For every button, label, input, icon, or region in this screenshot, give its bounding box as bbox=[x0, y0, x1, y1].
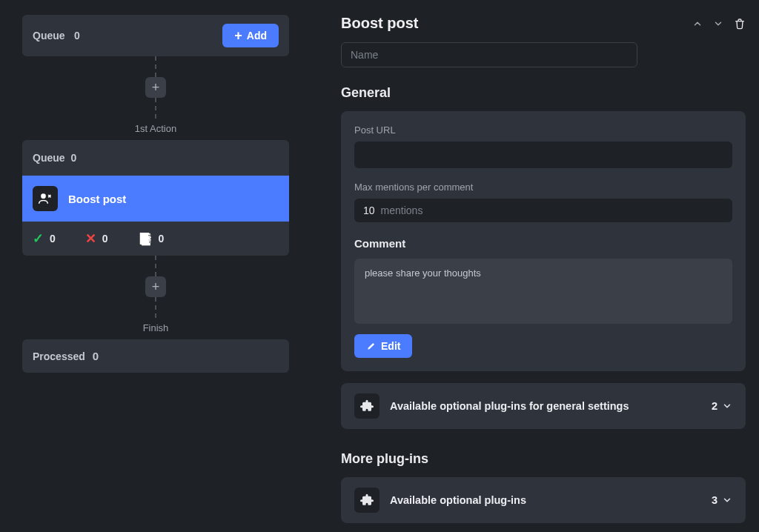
boost-post-row[interactable]: Boost post bbox=[22, 176, 289, 222]
finish-caption: Finish bbox=[143, 322, 169, 333]
queue-count: 0 bbox=[74, 30, 80, 41]
check-icon: ✓ bbox=[33, 230, 44, 247]
add-button-label: Add bbox=[247, 30, 267, 41]
plugins-general-count: 2 bbox=[712, 400, 732, 412]
boost-title: Boost post bbox=[68, 193, 126, 205]
connector bbox=[155, 256, 156, 276]
queue-label-group: Queue 0 bbox=[33, 29, 80, 42]
detail-panel: Boost post General Post URL Max mentions… bbox=[311, 0, 759, 532]
edit-button[interactable]: Edit bbox=[354, 334, 412, 358]
connector bbox=[155, 56, 156, 77]
boost-icon bbox=[33, 186, 58, 211]
stat-other: 📑 0 bbox=[138, 230, 165, 247]
queue-label: Queue bbox=[33, 152, 65, 164]
detail-header-actions bbox=[692, 18, 746, 30]
puzzle-icon bbox=[354, 488, 380, 513]
plugins-general-row[interactable]: Available optional plug-ins for general … bbox=[341, 383, 746, 429]
chevron-down-icon bbox=[722, 401, 732, 411]
action-card: Queue 0 Boost post ✓ 0 ✕ 0 � bbox=[22, 140, 289, 256]
plus-icon: + bbox=[234, 30, 242, 41]
plugins-general-text: Available optional plug-ins for general … bbox=[390, 400, 701, 412]
edit-button-label: Edit bbox=[381, 340, 400, 352]
comment-textarea[interactable]: please share your thoughts bbox=[354, 259, 732, 324]
action-queue-header: Queue 0 bbox=[22, 140, 289, 176]
pencil-icon bbox=[366, 341, 377, 351]
add-button[interactable]: + Add bbox=[222, 24, 279, 47]
svg-point-0 bbox=[41, 193, 46, 199]
connector bbox=[155, 297, 156, 318]
max-mentions-unit: mentions bbox=[381, 205, 423, 216]
move-down-icon[interactable] bbox=[713, 19, 723, 29]
max-mentions-value: 10 bbox=[363, 205, 375, 216]
detail-header: Boost post bbox=[341, 15, 746, 32]
queue-start-card: Queue 0 + Add bbox=[22, 15, 289, 56]
comment-heading: Comment bbox=[354, 237, 732, 250]
connector bbox=[155, 98, 156, 119]
post-url-label: Post URL bbox=[354, 124, 732, 136]
add-step-button[interactable]: + bbox=[145, 276, 166, 297]
queue-count: 0 bbox=[71, 152, 77, 164]
stat-other-value: 0 bbox=[159, 233, 165, 245]
plugins-more-text: Available optional plug-ins bbox=[390, 494, 701, 506]
post-url-input[interactable] bbox=[354, 142, 732, 168]
max-mentions-input[interactable]: 10 mentions bbox=[354, 199, 732, 222]
processed-card: Processed 0 bbox=[22, 339, 289, 373]
stat-success-value: 0 bbox=[50, 233, 56, 245]
plugins-more-count: 3 bbox=[712, 494, 732, 506]
queue-label: Queue bbox=[33, 30, 65, 41]
puzzle-icon bbox=[354, 393, 380, 419]
action-stats: ✓ 0 ✕ 0 📑 0 bbox=[22, 222, 289, 256]
action-caption: 1st Action bbox=[135, 123, 176, 134]
stat-fail: ✕ 0 bbox=[85, 230, 108, 247]
pending-icon: 📑 bbox=[138, 232, 153, 246]
add-step-button[interactable]: + bbox=[145, 77, 166, 98]
general-panel: Post URL Max mentions per comment 10 men… bbox=[341, 111, 746, 371]
processed-count: 0 bbox=[93, 350, 99, 362]
general-heading: General bbox=[341, 85, 746, 101]
plugins-more-row[interactable]: Available optional plug-ins 3 bbox=[341, 477, 746, 523]
detail-title: Boost post bbox=[341, 15, 418, 32]
chevron-down-icon bbox=[722, 495, 732, 505]
more-plugins-heading: More plug-ins bbox=[341, 451, 746, 467]
delete-icon[interactable] bbox=[734, 18, 746, 30]
name-input[interactable] bbox=[341, 42, 637, 67]
max-mentions-label: Max mentions per comment bbox=[354, 182, 732, 193]
workflow-column: Queue 0 + Add + 1st Action Queue 0 Boost… bbox=[0, 0, 311, 532]
x-icon: ✕ bbox=[85, 230, 96, 247]
processed-label: Processed bbox=[33, 350, 85, 362]
stat-success: ✓ 0 bbox=[33, 230, 56, 247]
move-up-icon[interactable] bbox=[692, 19, 703, 29]
stat-fail-value: 0 bbox=[102, 233, 108, 245]
